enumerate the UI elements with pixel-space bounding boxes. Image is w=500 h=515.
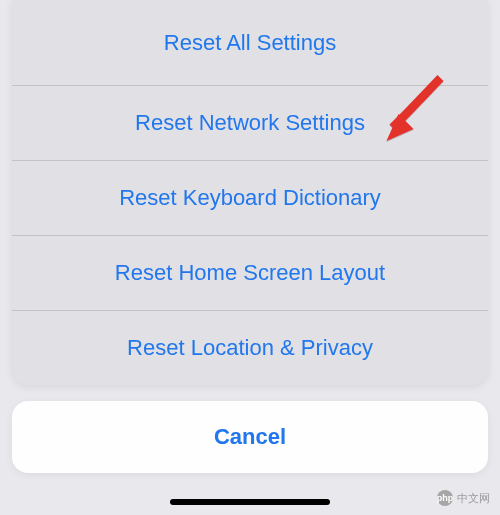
option-label: Reset Keyboard Dictionary: [119, 185, 381, 211]
cancel-button[interactable]: Cancel: [12, 401, 488, 473]
option-label: Reset All Settings: [164, 30, 336, 56]
option-label: Reset Home Screen Layout: [115, 260, 385, 286]
home-indicator[interactable]: [170, 499, 330, 505]
option-label: Reset Network Settings: [135, 110, 365, 136]
reset-location-privacy-option[interactable]: Reset Location & Privacy: [12, 310, 488, 385]
reset-keyboard-dictionary-option[interactable]: Reset Keyboard Dictionary: [12, 160, 488, 235]
reset-action-sheet: Reset All Settings Reset Network Setting…: [12, 0, 488, 385]
reset-home-screen-layout-option[interactable]: Reset Home Screen Layout: [12, 235, 488, 310]
reset-all-settings-option[interactable]: Reset All Settings: [12, 0, 488, 85]
cancel-label: Cancel: [214, 424, 286, 450]
watermark-text: 中文网: [457, 491, 490, 506]
reset-network-settings-option[interactable]: Reset Network Settings: [12, 85, 488, 160]
watermark-logo-icon: php: [437, 490, 453, 506]
option-label: Reset Location & Privacy: [127, 335, 373, 361]
watermark: php 中文网: [437, 490, 490, 506]
